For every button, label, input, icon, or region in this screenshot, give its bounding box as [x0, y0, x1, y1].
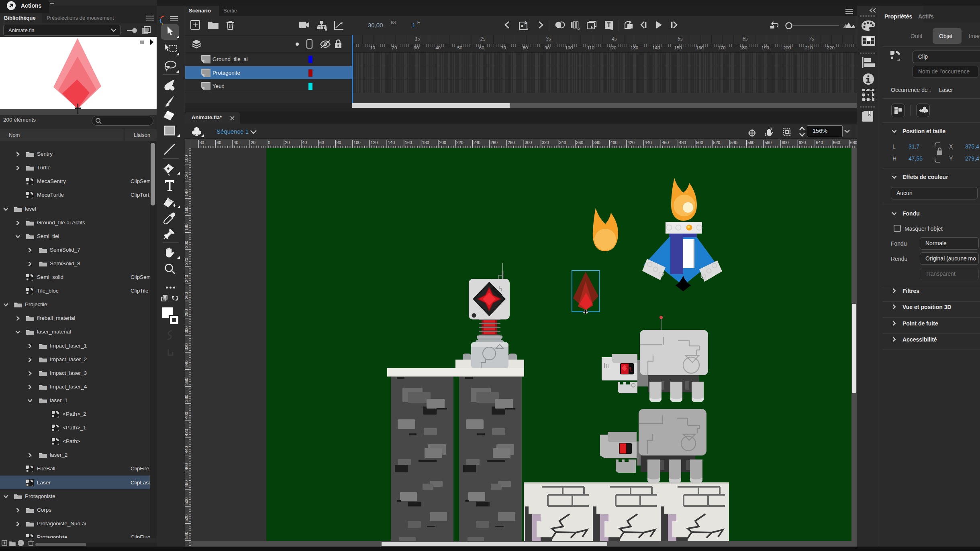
svg-text:440: 440 — [185, 446, 189, 453]
svg-text:420: 420 — [627, 140, 635, 145]
svg-text:40: 40 — [234, 140, 239, 145]
svg-text:180: 180 — [422, 140, 429, 145]
svg-text:A: A — [524, 20, 527, 25]
svg-text:520: 520 — [713, 140, 721, 145]
svg-text:100: 100 — [185, 155, 189, 163]
svg-text:500: 500 — [696, 140, 703, 145]
svg-text:280: 280 — [185, 309, 189, 316]
svg-text:620: 620 — [799, 140, 806, 145]
svg-text:340: 340 — [559, 140, 566, 145]
svg-text:300: 300 — [525, 140, 532, 145]
svg-text:20: 20 — [285, 140, 290, 145]
svg-text:260: 260 — [185, 292, 189, 299]
svg-text:200: 200 — [439, 140, 446, 145]
svg-text:60: 60 — [216, 140, 221, 145]
svg-text:160: 160 — [185, 206, 189, 213]
svg-text:420: 420 — [185, 429, 189, 436]
svg-text:400: 400 — [610, 140, 618, 145]
svg-text:340: 340 — [185, 360, 189, 368]
svg-text:600: 600 — [782, 140, 789, 145]
svg-text:500: 500 — [185, 497, 189, 504]
svg-text:100: 100 — [353, 140, 361, 145]
svg-text:180: 180 — [185, 224, 189, 231]
svg-text:120: 120 — [371, 140, 378, 145]
svg-text:440: 440 — [645, 140, 652, 145]
svg-text:260: 260 — [490, 140, 498, 145]
svg-text:120: 120 — [185, 172, 189, 179]
svg-text:140: 140 — [388, 140, 395, 145]
svg-text:40: 40 — [302, 140, 307, 145]
svg-text:280: 280 — [508, 140, 515, 145]
svg-text:240: 240 — [474, 140, 481, 145]
svg-text:460: 460 — [662, 140, 669, 145]
svg-text:20: 20 — [251, 140, 255, 145]
svg-text:660: 660 — [833, 140, 840, 145]
svg-text:540: 540 — [185, 532, 189, 539]
svg-text:320: 320 — [185, 344, 189, 351]
svg-text:240: 240 — [185, 275, 189, 282]
svg-text:0: 0 — [268, 140, 270, 145]
svg-text:360: 360 — [185, 378, 189, 385]
svg-text:380: 380 — [593, 140, 600, 145]
svg-text:480: 480 — [679, 140, 686, 145]
svg-text:140: 140 — [185, 189, 189, 197]
svg-text:680: 680 — [850, 140, 857, 145]
svg-text:580: 580 — [765, 140, 772, 145]
svg-text:540: 540 — [730, 140, 737, 145]
svg-text:160: 160 — [405, 140, 412, 145]
svg-text:520: 520 — [185, 514, 189, 522]
svg-text:300: 300 — [185, 326, 189, 333]
svg-text:400: 400 — [185, 412, 189, 419]
svg-text:460: 460 — [185, 463, 189, 470]
svg-text:200: 200 — [185, 241, 189, 248]
svg-text:220: 220 — [456, 140, 463, 145]
svg-text:640: 640 — [816, 140, 823, 145]
svg-text:320: 320 — [542, 140, 549, 145]
svg-text:80: 80 — [199, 140, 204, 145]
svg-text:360: 360 — [576, 140, 584, 145]
svg-text:220: 220 — [185, 258, 189, 265]
svg-text:480: 480 — [185, 480, 189, 488]
svg-text:80: 80 — [337, 140, 341, 145]
svg-text:560: 560 — [747, 140, 755, 145]
svg-text:60: 60 — [319, 140, 324, 145]
svg-text:380: 380 — [185, 395, 189, 402]
